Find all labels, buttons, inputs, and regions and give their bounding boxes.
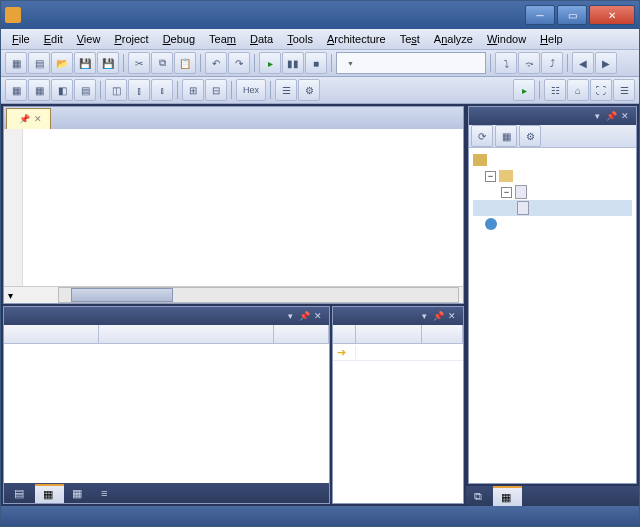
tree-scriptdocs[interactable]: − (473, 168, 632, 184)
panel-close-icon[interactable]: ✕ (445, 311, 459, 321)
panel-pin-icon[interactable]: 📌 (297, 311, 311, 321)
code-editor-panel: 📌 ✕ ▾ (3, 106, 464, 304)
panel-dropdown-icon[interactable]: ▾ (590, 111, 604, 121)
tab-close-icon[interactable]: ✕ (34, 114, 42, 124)
window-titlebar: ─ ▭ ✕ (1, 1, 639, 29)
editor-tab-testvbs[interactable]: 📌 ✕ (6, 108, 51, 129)
panel-dropdown-icon[interactable]: ▾ (417, 311, 431, 321)
menu-data[interactable]: Data (243, 31, 280, 47)
start-button[interactable]: ▸ (513, 79, 535, 101)
tree-project-cscript[interactable] (473, 216, 632, 232)
save-button[interactable]: 💾 (74, 52, 96, 74)
menu-debug[interactable]: Debug (156, 31, 202, 47)
minimize-button[interactable]: ─ (525, 5, 555, 25)
locals-grid[interactable] (4, 344, 329, 483)
break-button[interactable]: ▮▮ (282, 52, 304, 74)
folder-icon (499, 170, 513, 182)
solution-tree[interactable]: − − (469, 148, 636, 483)
nav-fwd-button[interactable]: ▶ (595, 52, 617, 74)
menu-tools[interactable]: Tools (280, 31, 320, 47)
menu-window[interactable]: Window (480, 31, 533, 47)
se-refresh-button[interactable]: ⟳ (471, 125, 493, 147)
tree-solution[interactable] (473, 152, 632, 168)
panel-dropdown-icon[interactable]: ▾ (283, 311, 297, 321)
editor-hscrollbar[interactable] (58, 287, 459, 303)
undo-button[interactable]: ↶ (205, 52, 227, 74)
menu-test[interactable]: Test (393, 31, 427, 47)
tb2-btn-a[interactable]: ☰ (275, 79, 297, 101)
save-all-button[interactable]: 💾 (97, 52, 119, 74)
maximize-button[interactable]: ▭ (557, 5, 587, 25)
cut-button[interactable]: ✂ (128, 52, 150, 74)
tb2-btn-1[interactable]: ▦ (5, 79, 27, 101)
add-item-button[interactable]: ▤ (28, 52, 50, 74)
callstack-col-lang[interactable] (422, 325, 463, 343)
step-out-button[interactable]: ⤴ (541, 52, 563, 74)
tab-threads[interactable]: ≡ (93, 485, 118, 501)
se-properties-button[interactable]: ⚙ (519, 125, 541, 147)
callstack-row[interactable]: ➔ (333, 344, 463, 361)
tab-output[interactable]: ▤ (6, 485, 35, 502)
step-into-button[interactable]: ⤵ (495, 52, 517, 74)
tree-file-cscript[interactable]: − (473, 184, 632, 200)
tab-intellitrace[interactable]: ⧉ (466, 486, 493, 506)
tab-watch1[interactable]: ▦ (64, 485, 93, 502)
panel-close-icon[interactable]: ✕ (618, 111, 632, 121)
close-button[interactable]: ✕ (589, 5, 635, 25)
tb2-btn-8[interactable]: ⊞ (182, 79, 204, 101)
tb2-btn-b[interactable]: ⚙ (298, 79, 320, 101)
menu-file[interactable]: File (5, 31, 37, 47)
step-over-button[interactable]: ⤼ (518, 52, 540, 74)
tb2-btn-7[interactable]: ⫾ (151, 79, 173, 101)
hex-button[interactable]: Hex (236, 79, 266, 101)
redo-button[interactable]: ↷ (228, 52, 250, 74)
zoom-combo[interactable]: ▾ (8, 290, 58, 301)
tb2-btn-r2[interactable]: ⌂ (567, 79, 589, 101)
menu-architecture[interactable]: Architecture (320, 31, 393, 47)
menu-team[interactable]: Team (202, 31, 243, 47)
tb2-btn-r4[interactable]: ☰ (613, 79, 635, 101)
pin-icon[interactable]: 📌 (19, 114, 30, 124)
se-btn-2[interactable]: ▦ (495, 125, 517, 147)
file-icon (517, 201, 529, 215)
target-combo[interactable]: ▼ (336, 52, 486, 74)
tb2-btn-5[interactable]: ◫ (105, 79, 127, 101)
copy-button[interactable]: ⧉ (151, 52, 173, 74)
tab-locals[interactable]: ▦ (35, 484, 64, 503)
locals-col-type[interactable] (274, 325, 329, 343)
tb2-btn-6[interactable]: ⫿ (128, 79, 150, 101)
menu-edit[interactable]: Edit (37, 31, 70, 47)
tb2-btn-r3[interactable]: ⛶ (590, 79, 612, 101)
paste-button[interactable]: 📋 (174, 52, 196, 74)
tb2-btn-2[interactable]: ▦ (28, 79, 50, 101)
tree-file-testvbs[interactable] (473, 200, 632, 216)
panel-pin-icon[interactable]: 📌 (604, 111, 618, 121)
menu-analyze[interactable]: Analyze (427, 31, 480, 47)
panel-close-icon[interactable]: ✕ (311, 311, 325, 321)
locals-panel: ▾ 📌 ✕ ▤ ▦ ▦ ≡ (3, 306, 330, 504)
menu-project[interactable]: Project (107, 31, 155, 47)
tb2-btn-r1[interactable]: ☷ (544, 79, 566, 101)
tb2-btn-9[interactable]: ⊟ (205, 79, 227, 101)
solution-explorer-toolbar: ⟳ ▦ ⚙ (469, 125, 636, 148)
toolbar-1: ▦ ▤ 📂 💾 💾 ✂ ⧉ 📋 ↶ ↷ ▸ ▮▮ ■ ▼ ⤵ ⤼ ⤴ ◀ ▶ (1, 50, 639, 77)
tab-solution-explorer[interactable]: ▦ (493, 486, 522, 506)
callstack-grid[interactable]: ➔ (333, 344, 463, 503)
menu-help[interactable]: Help (533, 31, 570, 47)
solution-icon (473, 154, 487, 166)
callstack-col-name[interactable] (356, 325, 422, 343)
code-editor[interactable] (4, 129, 463, 286)
stop-button[interactable]: ■ (305, 52, 327, 74)
open-button[interactable]: 📂 (51, 52, 73, 74)
continue-button[interactable]: ▸ (259, 52, 281, 74)
tb2-btn-3[interactable]: ◧ (51, 79, 73, 101)
nav-back-button[interactable]: ◀ (572, 52, 594, 74)
status-bar (1, 506, 639, 526)
new-project-button[interactable]: ▦ (5, 52, 27, 74)
panel-pin-icon[interactable]: 📌 (431, 311, 445, 321)
locals-col-name[interactable] (4, 325, 99, 343)
editor-gutter[interactable] (4, 129, 23, 286)
locals-col-value[interactable] (99, 325, 274, 343)
tb2-btn-4[interactable]: ▤ (74, 79, 96, 101)
menu-view[interactable]: View (70, 31, 108, 47)
